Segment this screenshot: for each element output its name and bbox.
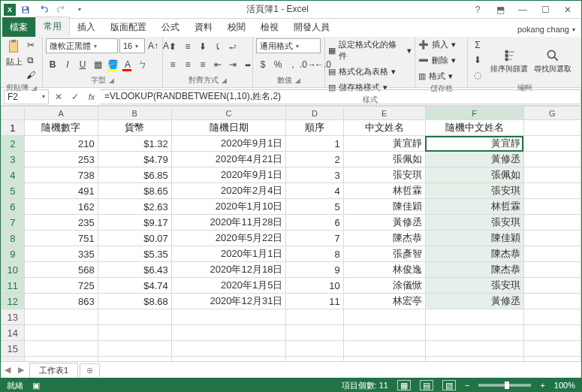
comma-button[interactable]: , (286, 58, 300, 71)
cell[interactable]: 張彥智 (343, 246, 425, 262)
cell[interactable]: 2020年9月1日 (171, 136, 286, 152)
font-size-combo[interactable]: 16▾ (119, 38, 145, 53)
cell[interactable]: $6.43 (98, 262, 171, 278)
cell[interactable]: 黃宜靜 (343, 136, 425, 152)
cell[interactable]: 491 (24, 183, 98, 199)
cell[interactable]: 253 (24, 152, 98, 167)
align-right-button[interactable]: ≡ (196, 58, 210, 71)
cell[interactable]: 725 (24, 278, 98, 294)
cell[interactable] (98, 341, 171, 357)
align-left-button[interactable]: ≡ (166, 58, 179, 71)
cell[interactable]: 順序 (286, 120, 343, 136)
row-header[interactable]: 6 (2, 199, 25, 215)
view-layout-button[interactable]: ▤ (420, 380, 433, 390)
align-top-button[interactable]: ⬆ (166, 40, 179, 53)
worksheet-area[interactable]: ABCDEFG 1隨機數字貨幣隨機日期順序中文姓名隨機中文姓名2210$1.32… (1, 106, 581, 361)
cell[interactable]: 涂儀惞 (343, 278, 425, 294)
sheet-nav-prev[interactable]: ◀ (1, 365, 14, 375)
cell[interactable]: 2020年11月28日 (171, 215, 286, 231)
currency-button[interactable]: $ (256, 58, 270, 71)
cell[interactable]: 中文姓名 (343, 120, 425, 136)
cell[interactable] (523, 309, 580, 325)
tab-insert[interactable]: 插入 (70, 17, 103, 37)
col-header-E[interactable]: E (343, 107, 425, 120)
cell[interactable] (523, 325, 580, 341)
row-header[interactable]: 5 (2, 183, 25, 199)
align-center-button[interactable]: ≡ (181, 58, 195, 71)
cell[interactable]: 陳杰恭 (343, 231, 425, 246)
cell[interactable]: $5.35 (98, 246, 171, 262)
cell[interactable] (523, 152, 580, 167)
cell[interactable]: 568 (24, 262, 98, 278)
cell[interactable]: 黃修丞 (425, 294, 523, 309)
cell[interactable] (286, 309, 343, 325)
tab-home[interactable]: 常用 (35, 17, 70, 37)
col-header-F[interactable]: F (425, 107, 523, 120)
zoom-in-button[interactable]: + (540, 381, 544, 390)
indent-inc-button[interactable]: ⇥ (226, 58, 240, 71)
col-header-B[interactable]: B (98, 107, 171, 120)
col-header-A[interactable]: A (24, 107, 98, 120)
zoom-out-button[interactable]: − (465, 381, 469, 390)
row-header[interactable]: 15 (2, 341, 25, 357)
save-button[interactable] (17, 2, 34, 18)
row-header[interactable]: 11 (2, 278, 25, 294)
cell[interactable]: 黃修丞 (425, 152, 523, 167)
sort-filter-button[interactable]: 排序與篩選 (490, 48, 528, 73)
cell[interactable]: 隨機中文姓名 (425, 120, 523, 136)
bold-button[interactable]: B (46, 58, 59, 71)
cell[interactable]: 6 (286, 215, 343, 231)
cell[interactable]: 1 (286, 136, 343, 152)
row-header[interactable]: 7 (2, 215, 25, 231)
cell[interactable]: $1.32 (98, 136, 171, 152)
row-header[interactable]: 13 (2, 309, 25, 325)
cell[interactable] (523, 341, 580, 357)
col-header-D[interactable]: D (286, 107, 343, 120)
cell[interactable]: 335 (24, 246, 98, 262)
cell[interactable]: 2020年1月10日 (171, 199, 286, 215)
cell[interactable] (343, 325, 425, 341)
cell[interactable]: $0.07 (98, 231, 171, 246)
cell[interactable]: 黃宜靜 (425, 136, 523, 152)
autosum-button[interactable]: Σ (471, 38, 484, 52)
cell[interactable]: 陳杰恭 (425, 262, 523, 278)
cell[interactable]: 738 (24, 167, 98, 183)
cell[interactable]: 林哲霖 (425, 199, 523, 215)
cell[interactable] (425, 325, 523, 341)
tab-view[interactable]: 檢視 (253, 17, 286, 37)
cell[interactable]: 7 (286, 231, 343, 246)
cell[interactable]: 張安琪 (343, 167, 425, 183)
cell[interactable]: 751 (24, 231, 98, 246)
format-cells-button[interactable]: ▥格式▾ (418, 70, 453, 83)
cell[interactable] (98, 309, 171, 325)
inc-decimal-button[interactable]: .0→ (301, 58, 315, 71)
orientation-button[interactable]: ⤹ (211, 40, 225, 53)
cell[interactable]: 林俊逸 (343, 262, 425, 278)
cell[interactable] (24, 309, 98, 325)
cell[interactable]: 陳杰恭 (425, 246, 523, 262)
name-box[interactable]: F2▾ (4, 89, 49, 104)
cell[interactable]: $8.68 (98, 294, 171, 309)
cell[interactable] (286, 325, 343, 341)
tab-layout[interactable]: 版面配置 (103, 17, 154, 37)
sheet-tab[interactable]: 工作表1 (29, 363, 78, 378)
view-normal-button[interactable]: ▦ (397, 380, 411, 390)
cell[interactable] (343, 341, 425, 357)
tab-data[interactable]: 資料 (187, 17, 220, 37)
macro-record-icon[interactable]: ▣ (32, 381, 40, 390)
number-dialog-icon[interactable]: ◢ (295, 77, 300, 84)
cell[interactable]: $4.74 (98, 278, 171, 294)
font-dialog-icon[interactable]: ◢ (109, 77, 114, 84)
cell[interactable] (98, 357, 171, 362)
cell[interactable] (523, 246, 580, 262)
row-header[interactable]: 2 (2, 136, 25, 152)
cell[interactable]: 235 (24, 215, 98, 231)
minimize-button[interactable]: — (512, 2, 533, 17)
clear-button[interactable]: ◌ (471, 68, 484, 82)
cell[interactable] (286, 341, 343, 357)
fx-button[interactable]: fx (83, 89, 100, 104)
wrap-text-button[interactable]: 自動換行⮐ (226, 40, 240, 53)
phonetic-button[interactable]: ㄅ (136, 58, 149, 71)
italic-button[interactable]: I (61, 58, 74, 71)
number-format-combo[interactable]: 通用格式▾ (256, 38, 321, 53)
